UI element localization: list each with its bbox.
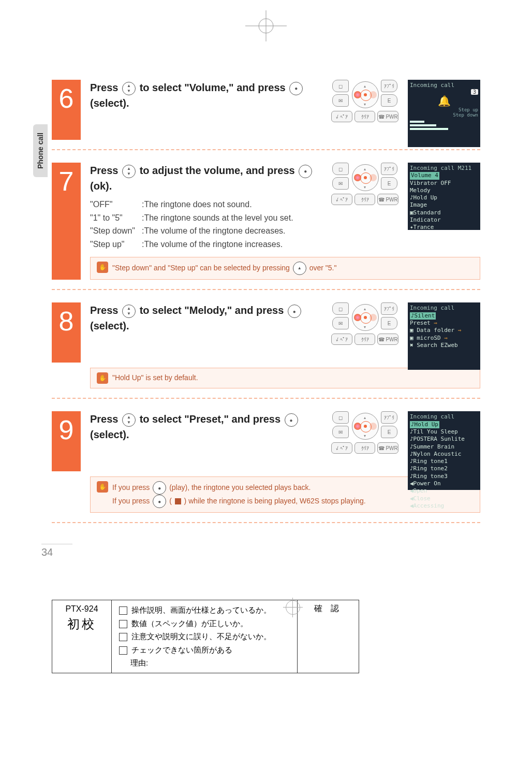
step-7: 7 Press to adjust the volume, and press … xyxy=(52,163,480,280)
keypad-button: ｸﾘｱ xyxy=(354,194,376,205)
keypad-center: ▴▾ xyxy=(352,304,379,331)
keypad-button: ✉ xyxy=(332,177,349,190)
up-key-icon xyxy=(293,262,306,275)
spec-text: :The volume of the ringtone decreases. xyxy=(142,226,286,235)
keypad-button: ✉ xyxy=(332,94,349,107)
note-text: (play), the ringtone you selected plays … xyxy=(169,483,311,492)
proof-stage: 初校 xyxy=(58,616,105,632)
registration-mark-icon xyxy=(245,10,287,41)
keypad-button: E xyxy=(381,177,397,190)
keypad-illustration: ◻ ｱﾌﾟﾘ ✉ E ▴▾ ↙ ﾍﾟｱ ｸﾘｱ ☎ PWR xyxy=(331,411,398,463)
center-key-icon xyxy=(285,413,298,427)
proof-check-block: PTX-924 初校 操作説明、画面が仕様とあっているか。 数値（スペック値）が… xyxy=(52,600,532,673)
checkbox-icon xyxy=(119,646,127,655)
page-number: 34 xyxy=(41,544,72,558)
text: to select "Volume," and press xyxy=(140,82,289,93)
phone-screen: Incoming call 3 🔔 Step upStep down xyxy=(408,80,480,147)
stop-icon xyxy=(175,498,181,504)
separator xyxy=(52,398,480,399)
keypad-button: E xyxy=(381,94,397,107)
note-text: "Step down" and "Step up" can be selecte… xyxy=(112,264,292,272)
text: (select). xyxy=(90,429,129,440)
spec-label: "Step up" xyxy=(90,238,142,251)
note-text: over "5." xyxy=(309,264,337,272)
proof-checklist: 操作説明、画面が仕様とあっているか。 数値（スペック値）が正しいか。 注意文や説… xyxy=(112,600,298,673)
keypad-button: ｱﾌﾟﾘ xyxy=(381,80,397,92)
checkbox-icon xyxy=(119,620,127,628)
confirm-box: 確 認 xyxy=(298,600,359,673)
spec-text: :The ringtone sounds at the level you se… xyxy=(142,213,293,222)
phone-screen: Incoming call♪Hold Up♪Til You Sleep♪POST… xyxy=(408,411,480,490)
separator xyxy=(52,522,480,523)
step-9: 9 Press to select "Preset," and press (s… xyxy=(52,411,480,471)
keypad-button: ｸﾘｱ xyxy=(354,442,376,454)
keypad-button: ｱﾌﾟﾘ xyxy=(381,163,397,175)
separator xyxy=(52,289,480,290)
keypad-button: ◻ xyxy=(332,80,349,92)
updown-key-icon xyxy=(122,165,136,178)
checkbox-icon xyxy=(119,606,127,615)
screen-title: Incoming call xyxy=(410,82,478,89)
text: to adjust the volume, and press xyxy=(140,165,298,176)
keypad-center: ▴▾ xyxy=(352,164,379,191)
bell-icon: 🔔 xyxy=(438,95,451,107)
check-item: チェックできない箇所がある xyxy=(131,645,232,654)
keypad-button: ｱﾌﾟﾘ xyxy=(381,302,397,315)
keypad-button: E xyxy=(381,317,397,329)
screen-badge: 3 xyxy=(471,89,478,95)
keypad-button: ✉ xyxy=(332,426,349,438)
center-key-icon xyxy=(153,495,166,508)
text: Step up xyxy=(459,107,478,112)
center-key-icon xyxy=(289,82,303,95)
keypad-center: ▴▾ xyxy=(352,81,379,108)
check-item: 注意文や説明文に誤り、不足がないか。 xyxy=(131,632,271,641)
phone-screen: Incoming call M211Volume 4Vibrator OFFMe… xyxy=(408,163,480,230)
spec-label: "Step down" xyxy=(90,224,142,238)
text: Press xyxy=(90,305,121,316)
keypad-button: ◻ xyxy=(332,411,349,424)
keypad-button: ☎ PWR xyxy=(377,111,398,122)
keypad-button: ✉ xyxy=(332,317,349,329)
step-number: 6 xyxy=(52,80,81,140)
note-icon: ✋ xyxy=(97,372,108,384)
keypad-button: ｸﾘｱ xyxy=(354,334,376,345)
keypad-button: ☎ PWR xyxy=(377,334,398,345)
step-number: 7 xyxy=(52,163,81,280)
check-item: 数値（スペック値）が正しいか。 xyxy=(131,619,248,628)
step-6: 6 Press to select "Volume," and press (s… xyxy=(52,80,480,140)
step-8: 8 Press to select "Melody," and press (s… xyxy=(52,302,480,363)
spec-label: "1" to "5" xyxy=(90,211,142,225)
keypad-illustration: ◻ ｱﾌﾟﾘ ✉ E ▴▾ ↙ ﾍﾟｱ ｸﾘｱ ☎ PWR xyxy=(331,163,398,214)
updown-key-icon xyxy=(122,413,136,427)
keypad-button: E xyxy=(381,426,397,438)
center-key-icon xyxy=(299,165,312,178)
separator xyxy=(52,149,480,150)
note-box: ✋ "Hold Up" is set by default. xyxy=(90,368,480,388)
checkbox-icon xyxy=(119,633,127,641)
keypad-button: ◻ xyxy=(332,302,349,315)
phone-screen: Incoming call♪Silent Preset ⇒▣ Data fold… xyxy=(408,302,480,370)
crop-mark-top xyxy=(0,0,532,44)
text: (select). xyxy=(90,97,129,109)
volume-bars-icon xyxy=(410,121,457,130)
spec-text: :The volume of the ringtone increases. xyxy=(142,240,283,249)
keypad-illustration: ◻ ｱﾌﾟﾘ ✉ E ▴▾ ↙ ﾍﾟｱ ｸﾘｱ ☎ PWR xyxy=(331,302,398,354)
keypad-button: ☎ PWR xyxy=(377,194,398,205)
center-key-icon xyxy=(153,481,166,495)
keypad-button: ↙ ﾍﾟｱ xyxy=(331,334,352,345)
updown-key-icon xyxy=(122,305,136,318)
spec-text: :The ringtone does not sound. xyxy=(142,200,252,209)
center-key-icon xyxy=(288,305,301,318)
note-text: If you press xyxy=(112,483,152,492)
proof-code: PTX-924 xyxy=(58,604,105,614)
keypad-button: ｱﾌﾟﾘ xyxy=(381,411,397,424)
keypad-button: ↙ ﾍﾟｱ xyxy=(331,111,352,122)
note-icon: ✋ xyxy=(97,262,108,273)
note-text: If you press xyxy=(112,497,152,505)
spec-label: "OFF" xyxy=(90,198,142,211)
note-text: ) while the ringtone is being played, W6… xyxy=(184,497,366,505)
keypad-center: ▴▾ xyxy=(352,413,379,440)
text: (ok). xyxy=(90,180,112,192)
note-icon: ✋ xyxy=(97,481,108,493)
check-item: 操作説明、画面が仕様とあっているか。 xyxy=(131,605,271,614)
